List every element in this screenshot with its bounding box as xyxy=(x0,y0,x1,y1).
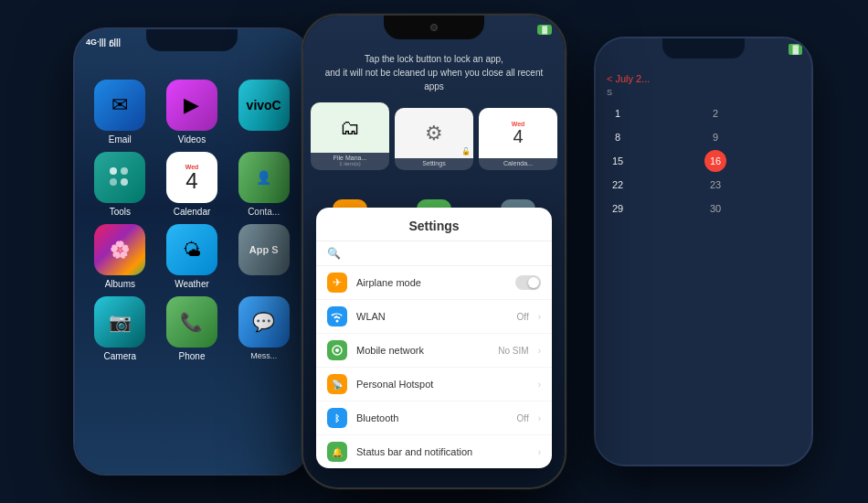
svg-point-2 xyxy=(110,178,117,186)
app-icon-videos: ▶ xyxy=(166,80,217,131)
app-item-albums[interactable]: 🌸 Albums xyxy=(88,224,153,289)
toggle-knob xyxy=(528,277,539,288)
app-label-calendar: Calendar xyxy=(174,207,211,217)
cal-day[interactable]: 2 xyxy=(704,102,726,124)
app-item-calendar[interactable]: Wed 4 Calendar xyxy=(160,152,225,217)
instruction-bar: Tap the lock button to lock an app, and … xyxy=(303,45,565,101)
cal-day[interactable]: 29 xyxy=(607,198,629,219)
phone-left-status-bar: 4G·||| ᵷ||| xyxy=(86,33,298,51)
app-item-vivoc[interactable]: vivoC xyxy=(231,80,296,144)
phone-left: 4G·||| ᵷ||| ✉ Email ▶ Videos vivoC xyxy=(73,27,311,476)
bluetooth-value: Off xyxy=(517,413,529,423)
calendar-thumb: Wed 4 xyxy=(479,108,557,158)
hotspot-chevron: › xyxy=(538,380,541,390)
app-item-appstore[interactable]: App S xyxy=(231,224,296,289)
cal-day-today[interactable]: 16 xyxy=(704,150,726,172)
settings-panel-header: Settings xyxy=(316,208,552,241)
search-icon: 🔍 xyxy=(327,247,341,260)
lock-icon: 🔓 xyxy=(461,147,471,155)
cal-day[interactable]: 9 xyxy=(704,126,726,148)
wlan-icon xyxy=(327,306,347,326)
app-icon-vivoc: vivoC xyxy=(238,80,290,131)
statusbar-label: Status bar and notification xyxy=(356,446,529,457)
hotspot-label: Personal Hotspot xyxy=(356,379,529,390)
app-grid: ✉ Email ▶ Videos vivoC Tools xyxy=(88,80,296,361)
settings-panel-title: Settings xyxy=(408,219,459,233)
app-icon-email: ✉ xyxy=(94,80,145,131)
mobile-chevron: › xyxy=(538,346,541,356)
rc-label-calendar: Calenda... xyxy=(503,160,533,166)
svg-point-3 xyxy=(121,178,128,186)
instruction-line2: and it will not be cleaned up when you c… xyxy=(322,66,546,93)
app-icon-albums: 🌸 xyxy=(94,224,145,275)
settings-panel: Settings 🔍 ✈ Airplane mode xyxy=(316,208,552,468)
cal-day[interactable]: 1 xyxy=(607,102,629,124)
recent-card-settings[interactable]: ⚙ 🔓 Settings xyxy=(395,108,473,170)
instruction-line1: Tap the lock button to lock an app, xyxy=(322,52,546,66)
mobile-icon xyxy=(327,340,347,360)
app-icon-phone: 📞 xyxy=(166,296,217,348)
mobile-label: Mobile network xyxy=(356,345,489,356)
cal-day[interactable]: 23 xyxy=(704,174,726,196)
bluetooth-icon: ᛒ xyxy=(327,408,347,428)
recent-card-file-manager[interactable]: 🗂 File Mana... 1 item(s) xyxy=(311,102,389,170)
battery-center: ▓ xyxy=(537,25,552,35)
battery-right: ▓ xyxy=(789,44,802,55)
mobile-value: No SIM xyxy=(498,346,528,356)
cal-day[interactable]: 8 xyxy=(607,126,629,148)
hotspot-icon: 📡 xyxy=(327,374,347,394)
settings-item-bluetooth[interactable]: ᛒ Bluetooth Off › xyxy=(316,401,552,435)
rc-label-file-manager: File Mana... xyxy=(333,155,367,161)
settings-search-row[interactable]: 🔍 xyxy=(316,241,552,266)
calendar-content: < July 2... S 1 2 8 9 15 16 22 23 29 30 xyxy=(596,66,811,227)
settings-list: ✈ Airplane mode WLAN Off › xyxy=(316,266,552,468)
statusbar-icon: 🔔 xyxy=(327,442,347,462)
app-label-messages: Mess... xyxy=(250,351,277,360)
calendar-days-header: S xyxy=(603,88,804,97)
cal-day[interactable]: 22 xyxy=(607,174,629,196)
app-item-camera[interactable]: 📷 Camera xyxy=(88,296,153,361)
phone-right-status-bar: ▓ xyxy=(605,40,802,59)
wlan-value: Off xyxy=(517,312,529,322)
settings-thumb: ⚙ 🔓 xyxy=(395,108,473,158)
app-label-email: Email xyxy=(109,134,132,144)
app-item-weather[interactable]: 🌤 Weather xyxy=(160,224,225,289)
settings-item-mobile[interactable]: Mobile network No SIM › xyxy=(316,334,552,368)
cal-day[interactable]: 30 xyxy=(704,198,726,219)
app-item-contacts[interactable]: 👤 Conta... xyxy=(231,152,296,217)
bluetooth-chevron: › xyxy=(538,413,541,423)
wlan-label: WLAN xyxy=(356,311,508,322)
app-item-phone[interactable]: 📞 Phone xyxy=(160,296,225,361)
wlan-chevron: › xyxy=(538,312,541,322)
app-icon-contacts: 👤 xyxy=(238,152,290,203)
signal-indicator: 4G·||| ᵷ||| xyxy=(86,37,121,47)
app-item-tools[interactable]: Tools xyxy=(88,152,153,217)
app-icon-camera: 📷 xyxy=(94,296,145,348)
bluetooth-label: Bluetooth xyxy=(356,412,508,423)
app-item-messages[interactable]: 💬 Mess... xyxy=(231,296,296,361)
cal-day[interactable]: 15 xyxy=(607,150,629,172)
settings-item-wlan[interactable]: WLAN Off › xyxy=(316,300,552,334)
svg-point-0 xyxy=(110,167,117,175)
svg-point-1 xyxy=(121,167,128,175)
app-label-camera: Camera xyxy=(104,351,137,361)
app-item-videos[interactable]: ▶ Videos xyxy=(160,80,225,144)
statusbar-chevron: › xyxy=(538,447,541,457)
app-label-contacts: Conta... xyxy=(248,207,280,217)
app-icon-appstore: App S xyxy=(238,224,290,275)
settings-item-statusbar[interactable]: 🔔 Status bar and notification › xyxy=(316,435,552,468)
settings-item-airplane[interactable]: ✈ Airplane mode xyxy=(316,266,552,300)
settings-gear-icon: ⚙ xyxy=(425,122,443,145)
calendar-header: < July 2... xyxy=(603,73,804,84)
app-item-email[interactable]: ✉ Email xyxy=(88,80,153,144)
phone-center-status-bar: ▓ xyxy=(316,19,552,39)
airplane-label: Airplane mode xyxy=(356,277,506,288)
app-icon-weather: 🌤 xyxy=(166,224,217,275)
recent-card-calendar[interactable]: Wed 4 Calenda... xyxy=(479,108,557,170)
airplane-toggle[interactable] xyxy=(515,275,541,290)
settings-item-hotspot[interactable]: 📡 Personal Hotspot › xyxy=(316,368,552,401)
app-icon-calendar: Wed 4 xyxy=(166,152,217,203)
rc-label-settings: Settings xyxy=(422,160,445,166)
file-manager-thumb: 🗂 xyxy=(311,102,389,153)
phone-center: ▓ Tap the lock button to lock an app, an… xyxy=(302,14,566,489)
